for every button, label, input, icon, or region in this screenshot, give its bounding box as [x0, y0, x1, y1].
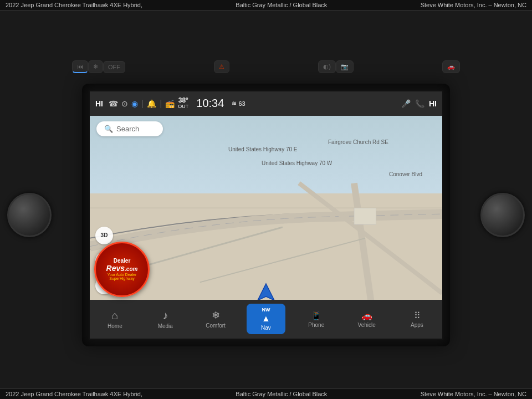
watermark-area: Dealer Revs.com Your Auto Dealer SuperHi… — [94, 242, 150, 297]
home-icon: ⌂ — [111, 309, 118, 322]
watermark: Dealer Revs.com Your Auto Dealer SuperHi… — [94, 242, 150, 297]
off-btn[interactable]: OFF — [103, 61, 125, 73]
top-header: 2022 Jeep Grand Cherokee Trailhawk 4XE H… — [0, 0, 532, 11]
footer-title: 2022 Jeep Grand Cherokee Trailhawk 4XE H… — [6, 391, 142, 397]
bottom-nav: ⌂ Home ♪ Media ❄ Comfort — [90, 300, 442, 339]
left-knob-area — [0, 187, 74, 243]
search-text: Search — [116, 125, 139, 133]
nav-vehicle[interactable]: 🚗 Vehicle — [347, 307, 386, 331]
map-area: United States Highway 70 E Fairgrove Chu… — [90, 116, 442, 339]
phone-label: Phone — [308, 322, 324, 328]
page-wrapper: 2022 Jeep Grand Cherokee Trailhawk 4XE H… — [0, 0, 532, 399]
home-label: Home — [108, 323, 122, 329]
direction-nw: NW — [262, 307, 270, 313]
right-knob[interactable] — [480, 193, 525, 237]
speed-limit-btn[interactable]: 🚗 — [442, 60, 460, 73]
off-label: OFF — [108, 64, 120, 70]
hazard-btn[interactable]: ⚠ — [214, 60, 229, 73]
left-knob[interactable] — [7, 193, 52, 237]
sep2: | — [160, 99, 162, 109]
nav-apps[interactable]: ⠿ Apps — [397, 307, 436, 331]
top-button-row: ⏮ ❄ OFF ⚠ ◐) 📷 🚗 — [72, 53, 460, 81]
nav-media[interactable]: ♪ Media — [146, 306, 185, 332]
comfort-icon: ❄ — [212, 309, 220, 321]
search-bar[interactable]: 🔍 Search — [96, 121, 163, 136]
status-bar: HI ☎ ⊙ ◉ | 🔔 | 📻 38° OUT 10:34 — [90, 91, 442, 116]
apps-label: Apps — [411, 322, 423, 328]
hazard-icon: ⚠ — [219, 63, 224, 70]
header-dealer: Steve White Motors, Inc. – Newton, NC — [421, 2, 526, 8]
nav-label: Nav — [261, 325, 271, 331]
conover-label: Conover Blvd — [389, 171, 422, 177]
media-icon-nav: ♪ — [162, 309, 168, 322]
mic-icon[interactable]: 🎤 — [401, 99, 411, 108]
phone-nav-icon: 📱 — [311, 310, 322, 321]
media-label: Media — [158, 323, 173, 329]
back-sensor-btn[interactable]: ◐) — [318, 60, 336, 73]
climate-icon: ❄ — [93, 63, 98, 70]
camera-icon: 📷 — [341, 63, 349, 70]
climate-btn[interactable]: ❄ — [88, 60, 103, 73]
speed-icon: 🚗 — [447, 63, 455, 70]
screen-with-knobs: HI ☎ ⊙ ◉ | 🔔 | 📻 38° OUT 10:34 — [0, 84, 532, 346]
nav-nav[interactable]: NW ▲ Nav — [247, 304, 285, 334]
nav-comfort[interactable]: ❄ Comfort — [196, 306, 235, 332]
phone-call-icon[interactable]: 📞 — [415, 99, 424, 108]
3d-label: 3D — [101, 232, 108, 238]
header-title: 2022 Jeep Grand Cherokee Trailhawk 4XE H… — [6, 2, 142, 8]
footer-dealer: Steve White Motors, Inc. – Newton, NC — [421, 391, 526, 397]
status-hi-left: HI — [95, 99, 103, 108]
nav-home[interactable]: ⌂ Home — [95, 306, 134, 332]
speed-arrows-icon: ≋ — [232, 100, 237, 107]
watermark-main: Revs.com — [106, 264, 138, 273]
temp-label: OUT — [178, 104, 188, 110]
speed-display: ≋ 63 — [232, 100, 245, 107]
nav-icon-status: ⊙ — [121, 99, 128, 108]
back-sensor-icon: ◐) — [323, 63, 331, 70]
search-icon: 🔍 — [104, 125, 113, 133]
camera-btn[interactable]: 📷 — [336, 60, 354, 73]
vehicle-label: Vehicle — [358, 322, 376, 328]
watermark-sub: Your Auto Dealer SuperHighway — [96, 273, 148, 280]
bell-icon: 🔔 — [147, 99, 156, 108]
status-hi-right: HI — [429, 99, 437, 108]
screen-bezel: HI ☎ ⊙ ◉ | 🔔 | 📻 38° OUT 10:34 — [82, 84, 450, 346]
vehicle-icon: 🚗 — [361, 310, 372, 321]
phone-icon: ☎ — [109, 99, 118, 108]
right-knob-area — [458, 187, 532, 243]
sep1: | — [141, 99, 144, 109]
media-icon: ⏮ — [77, 63, 83, 70]
apps-icon: ⠿ — [414, 310, 420, 321]
bottom-footer: 2022 Jeep Grand Cherokee Trailhawk 4XE H… — [0, 388, 532, 399]
nav-phone[interactable]: 📱 Phone — [297, 307, 336, 331]
status-right: 🎤 📞 HI — [401, 99, 437, 108]
radio-icon: 📻 — [165, 99, 175, 108]
footer-color: Baltic Gray Metallic / Global Black — [236, 391, 327, 397]
svg-marker-2 — [258, 284, 274, 300]
main-content: ⏮ ❄ OFF ⚠ ◐) 📷 🚗 — [0, 11, 532, 388]
temperature-display: 38° OUT — [178, 97, 188, 110]
highway-70e-label: United States Highway 70 E — [228, 146, 298, 152]
speed-value: 63 — [238, 100, 245, 107]
uconnect-icon: ◉ — [131, 99, 138, 108]
fairgrove-label: Fairgrove Church Rd SE — [328, 139, 388, 145]
media-control-btn[interactable]: ⏮ — [72, 60, 88, 73]
highway-70w-label: United States Highway 70 W — [262, 160, 332, 166]
clock-display: 10:34 — [196, 97, 224, 110]
header-color: Baltic Gray Metallic / Global Black — [236, 2, 327, 8]
watermark-top: Dealer — [114, 258, 131, 264]
svg-rect-1 — [354, 208, 376, 224]
comfort-label: Comfort — [206, 323, 226, 329]
infotainment-screen: HI ☎ ⊙ ◉ | 🔔 | 📻 38° OUT 10:34 — [89, 90, 443, 340]
nav-arrow-icon: ▲ — [262, 314, 270, 324]
